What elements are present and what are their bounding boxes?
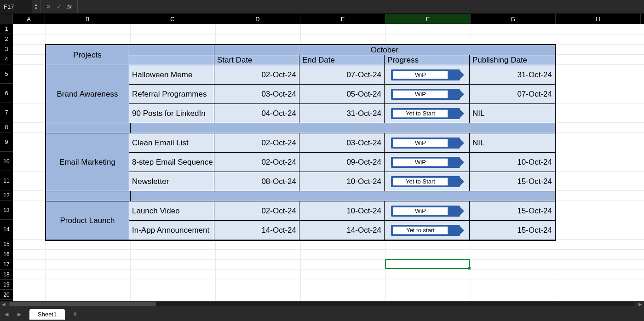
progress-chip[interactable]: WiP	[391, 138, 460, 149]
end-date-cell-text: 10-Oct-24	[346, 206, 381, 216]
formula-input[interactable]	[78, 0, 644, 13]
start-date-cell: 02-Oct-24	[214, 153, 299, 172]
start-date-cell-text: 04-Oct-24	[261, 109, 296, 118]
row-header-14[interactable]: 14	[0, 220, 13, 239]
sheet-tab-label: Sheet1	[38, 311, 57, 318]
row-header-5[interactable]: 5	[0, 64, 13, 84]
start-date-cell-text: 02-Oct-24	[261, 70, 296, 80]
start-date-cell: 04-Oct-24	[214, 104, 299, 123]
progress-label: Yet to start	[393, 226, 448, 235]
publish-date-cell-text: 15-Oct-24	[517, 206, 552, 216]
row-header-4[interactable]: 4	[0, 54, 13, 64]
column-header-D[interactable]: D	[215, 14, 300, 24]
spreadsheet-grid[interactable]: ABCDEFGH 1234567891011121314151617181920…	[0, 14, 644, 307]
row-header-18[interactable]: 18	[0, 269, 13, 280]
gridline	[13, 259, 644, 260]
group-1-name-text: Email Marketing	[59, 158, 115, 167]
row-header-11[interactable]: 11	[0, 171, 13, 190]
end-date-cell: 31-Oct-24	[299, 104, 385, 123]
row-header-3[interactable]: 3	[0, 44, 13, 54]
scroll-track[interactable]	[9, 302, 635, 306]
column-header-C[interactable]: C	[130, 14, 215, 24]
cancel-icon[interactable]: ✕	[46, 3, 51, 10]
gridline	[13, 280, 644, 280]
row-header-7[interactable]: 7	[0, 103, 13, 122]
column-header-E[interactable]: E	[300, 14, 385, 24]
gridline	[556, 24, 556, 307]
row-header-13[interactable]: 13	[0, 201, 13, 220]
cells-layer[interactable]: ProjectsOctoberStart DateEnd DateProgres…	[13, 24, 644, 307]
row-header-6[interactable]: 6	[0, 84, 13, 103]
column-header-H[interactable]: H	[556, 14, 641, 24]
gridline	[13, 290, 644, 290]
sheet-tab-active[interactable]: Sheet1	[29, 309, 65, 320]
row-header-19[interactable]: 19	[0, 280, 13, 290]
scroll-left-icon[interactable]: ◀	[0, 302, 7, 307]
progress-label: WiP	[393, 158, 448, 166]
row-header-8[interactable]: 8	[0, 122, 13, 132]
row-header-12[interactable]: 12	[0, 190, 13, 201]
row-header-20[interactable]: 20	[0, 290, 13, 300]
task-cell-text: Referral Programmes	[132, 90, 207, 99]
task-cell-text: Launch Video	[132, 206, 180, 216]
tab-nav-prev-icon[interactable]: ◀	[0, 311, 13, 317]
task-cell-text: 8-step Email Sequence	[132, 158, 213, 167]
header-progress: Progress	[385, 55, 470, 65]
row-header-9[interactable]: 9	[0, 132, 13, 152]
header-projects: Projects	[46, 45, 129, 65]
row-header-2[interactable]: 2	[0, 34, 13, 44]
fx-icon[interactable]: fx	[67, 3, 72, 10]
progress-label: WiP	[393, 139, 448, 147]
group-1-name: Email Marketing	[46, 133, 129, 191]
row-header-1[interactable]: 1	[0, 24, 13, 34]
add-sheet-button[interactable]: +	[69, 309, 80, 320]
gridline	[13, 269, 644, 270]
progress-chip[interactable]: Yet to Start	[391, 108, 460, 119]
progress-cell: WiP	[385, 133, 470, 153]
tab-nav-next-icon[interactable]: ▶	[13, 311, 26, 317]
progress-chip[interactable]: Yet to start	[391, 225, 460, 236]
name-box-stepper[interactable]: ▲ ▼	[32, 0, 40, 13]
publish-date-cell: 07-Oct-24	[470, 85, 555, 104]
progress-label: WiP	[393, 90, 448, 98]
column-header-A[interactable]: A	[13, 14, 45, 24]
gridline	[641, 24, 641, 307]
progress-chip[interactable]: WiP	[391, 69, 460, 80]
progress-chip[interactable]: WiP	[391, 157, 460, 168]
publish-date-cell-text: NIL	[472, 109, 484, 118]
scroll-right-icon[interactable]: ▶	[637, 302, 644, 307]
publish-date-cell-text: 07-Oct-24	[517, 90, 552, 99]
select-all-corner[interactable]	[0, 14, 13, 24]
end-date-cell: 05-Oct-24	[299, 85, 385, 104]
column-header-F[interactable]: F	[385, 14, 471, 24]
spacer	[131, 191, 555, 201]
row-header-15[interactable]: 15	[0, 239, 13, 249]
start-date-cell: 03-Oct-24	[214, 85, 299, 104]
column-header-G[interactable]: G	[471, 14, 556, 24]
progress-cell: WiP	[385, 201, 470, 221]
task-cell: Referral Programmes	[129, 85, 214, 104]
column-header-B[interactable]: B	[45, 14, 130, 24]
horizontal-scrollbar[interactable]: ◀ ▶	[0, 301, 644, 307]
progress-chip[interactable]: WiP	[391, 89, 460, 100]
publish-date-cell-text: 15-Oct-24	[517, 177, 552, 186]
progress-chip[interactable]: Yet to Start	[391, 176, 460, 187]
progress-cell: Yet to Start	[385, 172, 470, 191]
row-header-17[interactable]: 17	[0, 259, 13, 269]
name-box[interactable]: F17	[0, 0, 32, 13]
gridline	[13, 24, 644, 24]
publish-date-cell: NIL	[470, 133, 555, 153]
scroll-thumb[interactable]	[9, 302, 156, 306]
confirm-icon[interactable]: ✓	[57, 3, 62, 10]
task-cell: 90 Posts for LinkedIn	[129, 104, 214, 123]
task-cell: In-App Announcement	[129, 221, 214, 240]
header-month-text: October	[371, 46, 398, 55]
gridline	[13, 34, 644, 34]
end-date-cell-text: 07-Oct-24	[346, 70, 381, 80]
group-0-name: Brand Awareness	[46, 65, 129, 123]
progress-chip[interactable]: WiP	[391, 206, 460, 217]
row-header-10[interactable]: 10	[0, 152, 13, 171]
end-date-cell-text: 14-Oct-24	[346, 226, 381, 235]
end-date-cell: 03-Oct-24	[299, 133, 385, 153]
row-header-16[interactable]: 16	[0, 249, 13, 259]
